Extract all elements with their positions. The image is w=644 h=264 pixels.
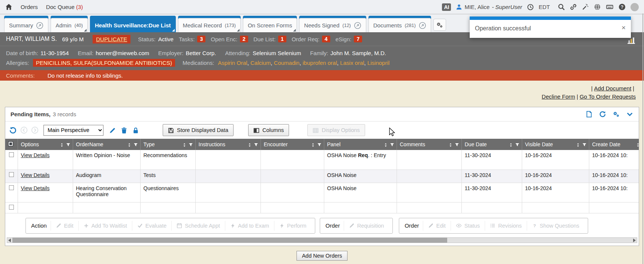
home-icon[interactable] [5,3,12,11]
filter-icon[interactable] [582,141,587,147]
link-icon[interactable] [570,3,577,11]
due-list-badge[interactable]: 1 [278,36,286,42]
ai-badge[interactable]: AI [442,3,451,11]
delete-perspective-icon[interactable] [121,126,127,134]
popout-icon[interactable] [419,21,426,29]
filter-icon[interactable] [455,141,459,147]
go-to-order-requests-link[interactable]: Go To Order Requests [580,93,636,100]
decline-form-link[interactable]: Decline Form [542,93,575,100]
nav-doc-queue[interactable]: Doc Queue (3) [46,4,83,10]
globe-icon[interactable] [594,3,601,11]
add-to-waitlist-button[interactable]: Add To Waitlist [78,221,132,231]
add-to-exam-button[interactable]: Add to Exam [225,221,274,231]
filter-icon[interactable] [515,141,520,147]
row-checkbox[interactable] [9,205,14,210]
open-enc-badge[interactable]: 2 [240,36,248,42]
tab-documents[interactable]: Documents(281) [368,18,431,32]
revisions-button[interactable]: Revisions [485,221,527,231]
clock-icon[interactable] [527,3,534,10]
columns-button[interactable]: Columns [248,124,289,136]
sort-icon[interactable] [576,141,580,147]
medications-list[interactable]: Aspirin Oral, Calcium, Coumadin, ibuprof… [218,60,389,66]
tab-on-screen-forms[interactable]: On Screen Forms [243,18,297,32]
allergies-label: Allergies: [6,60,29,66]
sort-icon[interactable] [182,141,187,147]
select-all-checkbox[interactable] [8,141,13,146]
filter-icon[interactable] [189,141,193,147]
view-details-link[interactable]: View Details [21,152,50,158]
filter-icon[interactable] [317,141,322,147]
bolt-icon [230,223,235,228]
row-checkbox[interactable] [9,152,14,157]
sort-icon[interactable] [127,141,132,147]
lock-perspective-icon[interactable] [132,126,139,134]
order-edit-button[interactable]: Edit [423,221,451,231]
row-checkbox[interactable] [9,172,14,177]
prev-perspective-icon[interactable] [20,126,28,134]
sort-icon[interactable] [60,141,64,147]
tab-needs-signed[interactable]: Needs Signed(12) [299,18,366,32]
collapse-chevron-icon[interactable] [626,110,634,118]
vertical-scrollbar[interactable] [643,14,643,264]
esign-badge[interactable]: 7 [354,36,362,42]
sort-icon[interactable] [636,141,640,147]
sort-icon[interactable] [509,141,513,147]
status-button[interactable]: Status [451,221,485,231]
undo-icon[interactable] [9,126,17,134]
evaluate-button[interactable]: Evaluate [132,221,171,231]
sort-icon[interactable] [383,141,388,147]
requisition-button[interactable]: Requisition [344,221,389,231]
schedule-appt-button[interactable]: Schedule Appt [171,221,225,231]
sort-icon[interactable] [311,141,315,147]
store-displayed-data-button[interactable]: Store Displayed Data [163,124,234,136]
edit-button[interactable]: Edit [51,221,78,231]
allergies-value[interactable]: PENICILLINS, SULFA(SULFONAMIDE ANTIBIOTI… [33,59,175,67]
toast-close-icon[interactable]: × [622,25,626,30]
scrollbar-thumb[interactable] [12,238,447,243]
sort-icon[interactable] [247,141,252,147]
duplicate-flag[interactable]: DUPLICATE [93,35,130,44]
filter-icon[interactable] [66,141,70,147]
current-user[interactable]: MIE, Alice - SuperUser [456,4,522,10]
add-new-orders-button[interactable]: Add New Orders [297,251,347,261]
tab-health-surveillance-due-list[interactable]: Health Surveillance:Due List [90,18,176,32]
display-options-button[interactable]: Display Options [307,124,365,136]
row-checkbox[interactable] [9,185,14,190]
perform-button[interactable]: Perform [274,221,312,231]
sort-icon[interactable] [448,141,453,147]
keyboard-icon[interactable] [606,3,614,11]
next-perspective-icon[interactable] [31,126,39,134]
help-icon[interactable] [619,3,626,11]
popout-icon[interactable] [354,21,361,29]
perspective-select[interactable]: Main Perspective [43,125,103,136]
tab-summary[interactable]: Summary [4,18,48,32]
refresh-icon[interactable] [599,111,606,118]
avatar[interactable] [631,3,639,11]
edit-perspective-icon[interactable] [109,126,116,134]
nav-orders[interactable]: Orders [21,4,38,10]
pencil-icon [428,223,434,228]
filter-icon[interactable] [254,141,258,147]
filter-icon[interactable] [390,141,394,147]
order-req-badge[interactable]: 4 [322,36,330,42]
scroll-left-arrow[interactable] [8,238,11,242]
tab-admin[interactable]: Admin(40) [51,18,88,32]
popout-icon[interactable] [36,21,43,29]
toast-message: Operation successful [475,25,531,32]
filter-icon[interactable] [133,141,138,147]
tasks-badge[interactable]: 3 [197,36,205,42]
eye-icon [456,223,462,228]
tab-medical-record[interactable]: Medical Record(173) [178,18,241,32]
view-details-link[interactable]: View Details [21,172,50,178]
search-icon[interactable] [558,3,565,11]
new-document-icon[interactable] [586,111,593,118]
horizontal-scrollbar[interactable] [7,237,637,243]
tab-settings-button[interactable] [433,19,446,31]
show-questions-button[interactable]: Show Questions [527,221,584,231]
panel-settings-icon[interactable] [613,111,620,118]
view-details-link[interactable]: View Details [21,185,50,191]
scroll-right-arrow[interactable] [633,238,636,242]
wand-icon[interactable] [582,3,589,11]
add-document-link[interactable]: Add Document [594,85,631,92]
grid-icon [313,127,319,133]
